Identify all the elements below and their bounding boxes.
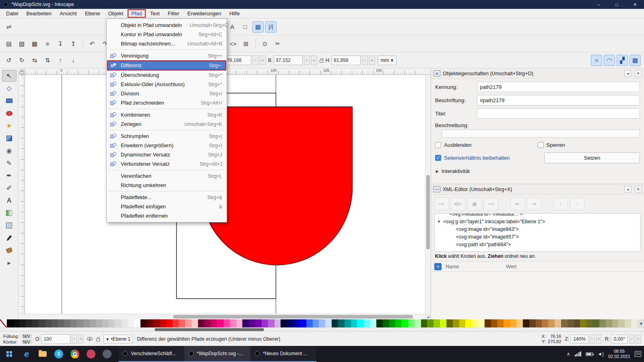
xml-tree-node[interactable]: <svg:image id="image843"> xyxy=(435,225,640,233)
menu-text[interactable]: Text xyxy=(147,9,163,18)
color-swatch[interactable] xyxy=(185,319,192,327)
dock-panel-button[interactable]: ◂ xyxy=(624,186,631,193)
height-decrement-button[interactable]: − xyxy=(362,56,368,65)
menu-erweiterungen[interactable]: Erweiterungen xyxy=(184,9,225,18)
color-swatch[interactable] xyxy=(433,319,440,327)
color-swatch[interactable] xyxy=(7,319,13,327)
menu-ebene[interactable]: Ebene xyxy=(81,9,104,18)
color-swatch[interactable] xyxy=(223,319,230,327)
color-swatch[interactable] xyxy=(370,319,376,327)
flip-horizontal-icon[interactable]: ⇆ xyxy=(29,55,40,66)
star-tool[interactable]: ★ xyxy=(2,120,17,132)
color-swatch[interactable] xyxy=(440,319,446,327)
tray-expand-icon[interactable]: ∧ xyxy=(567,351,570,357)
maximize-button[interactable]: □ xyxy=(608,0,626,9)
color-swatch[interactable] xyxy=(172,319,179,327)
color-swatch[interactable] xyxy=(39,319,45,327)
unit-dropdown[interactable]: mm ▾ xyxy=(378,56,396,65)
color-swatch[interactable] xyxy=(300,319,306,327)
menu-pfad[interactable]: Pfad xyxy=(128,9,146,18)
color-swatch[interactable] xyxy=(631,319,638,327)
scale-stroke-toggle[interactable]: ≈ xyxy=(591,55,602,66)
color-swatch[interactable] xyxy=(542,319,548,327)
vertical-scrollbar-thumb[interactable] xyxy=(426,175,430,249)
set-button[interactable]: Setzen xyxy=(544,152,640,163)
height-increment-button[interactable]: + xyxy=(369,56,375,65)
menu-item-pfadeffekt-einf-gen[interactable]: Pfadeffekt einfügen& xyxy=(107,202,226,211)
color-swatch[interactable] xyxy=(211,319,217,327)
lock-checkbox[interactable] xyxy=(538,142,544,148)
menu-item-erweitern-vergr-ern[interactable]: Erweitern (vergrößern)Strg+) xyxy=(107,141,226,150)
color-swatch[interactable] xyxy=(497,319,504,327)
menu-item-pfadeffekt-entfernen[interactable]: Pfadeffekt entfernen xyxy=(107,211,226,220)
color-swatch[interactable] xyxy=(383,319,389,327)
opacity-increment-button[interactable]: + xyxy=(78,335,83,343)
import-icon[interactable]: ↧ xyxy=(55,38,66,49)
delete-node-icon[interactable]: ‹›× xyxy=(484,197,498,210)
menu-item-kontur-in-pfad-umwandeln[interactable]: Kontur in Pfad umwandelnStrg+Alt+C xyxy=(107,30,226,39)
pencil-tool[interactable]: ✎ xyxy=(2,157,17,169)
color-swatch[interactable] xyxy=(19,319,26,327)
find-icon[interactable]: ⊙ xyxy=(259,38,270,49)
color-managed-icon[interactable]: ◢ xyxy=(425,314,431,319)
rotate-cw-icon[interactable]: ↻ xyxy=(16,55,27,66)
close-panel-button[interactable]: ✕ xyxy=(635,70,642,77)
scale-corners-toggle[interactable]: ◠ xyxy=(604,55,615,66)
color-swatch[interactable] xyxy=(421,319,427,327)
color-swatch[interactable] xyxy=(236,319,243,327)
align-icon[interactable]: ⊞ xyxy=(240,38,252,49)
color-swatch[interactable] xyxy=(230,319,236,327)
menu-item-differenz[interactable]: DifferenzStrg+- xyxy=(107,60,226,70)
rotate-ccw-icon[interactable]: ↺ xyxy=(3,55,14,66)
hide-checkbox-item[interactable]: Ausblenden xyxy=(435,142,538,148)
color-swatch[interactable] xyxy=(275,319,281,327)
taskbar-app-icon-1-button[interactable] xyxy=(83,346,99,362)
color-swatch[interactable] xyxy=(574,319,580,327)
print-icon[interactable]: ≡ xyxy=(42,38,53,49)
duplicate-node-icon[interactable]: ▣ xyxy=(467,197,482,210)
vertical-scrollbar[interactable] xyxy=(425,75,431,314)
snap-text-icon[interactable]: A xyxy=(227,21,238,33)
color-swatch[interactable] xyxy=(268,319,275,327)
new-element-node-icon[interactable]: ‹›+ xyxy=(434,197,449,210)
color-swatch[interactable] xyxy=(293,319,300,327)
property-input-beschriftung[interactable] xyxy=(477,95,640,105)
description-input[interactable] xyxy=(442,130,640,138)
close-button[interactable]: ✕ xyxy=(626,0,644,9)
clock[interactable]: 08:55 02.02.2021 xyxy=(608,349,630,359)
color-swatch[interactable] xyxy=(446,319,453,327)
taskbar-window-wapdopschr-svg[interactable]: *WapDopSchr.svg -... xyxy=(184,346,250,362)
color-swatch[interactable] xyxy=(345,319,351,327)
battery-icon[interactable] xyxy=(586,352,593,356)
xml-tree-node[interactable]: <svg:image id="image857"> xyxy=(435,233,640,241)
dropper-tool[interactable] xyxy=(2,232,17,244)
color-swatch[interactable] xyxy=(529,319,536,327)
dock-panel-button[interactable]: ◂ xyxy=(624,70,631,77)
color-swatch[interactable] xyxy=(262,319,268,327)
pen-tool[interactable]: ✒ xyxy=(2,170,17,181)
color-swatch[interactable] xyxy=(516,319,523,327)
hide-checkbox[interactable] xyxy=(435,142,441,148)
snap-page-icon[interactable]: □ xyxy=(239,21,251,33)
snap-global-icon[interactable]: ⇌ xyxy=(3,21,14,33)
vertical-ruler[interactable] xyxy=(19,75,25,314)
taskbar-window-verschideneschildf[interactable]: VerschideneSchildf... xyxy=(118,346,184,362)
color-swatch[interactable] xyxy=(13,319,20,327)
color-swatch[interactable] xyxy=(281,319,287,327)
color-swatch[interactable] xyxy=(122,319,128,327)
indent-node-icon[interactable]: ⇥ xyxy=(527,197,541,210)
open-document-icon[interactable]: ▧ xyxy=(16,38,27,49)
color-swatch[interactable] xyxy=(249,319,255,327)
start-button[interactable] xyxy=(0,346,19,362)
color-swatch[interactable] xyxy=(593,319,599,327)
horizontal-scrollbar[interactable] xyxy=(25,314,425,319)
menu-item-richtung-umkehren[interactable]: Richtung umkehren xyxy=(107,181,226,190)
no-color-swatch[interactable] xyxy=(0,319,7,327)
close-panel-button[interactable]: ✕ xyxy=(635,186,642,193)
save-icon[interactable]: ▦ xyxy=(29,38,40,49)
menu-filter[interactable]: Filter xyxy=(164,9,183,18)
layer-visibility-icon[interactable] xyxy=(87,337,93,341)
spiral-tool[interactable]: ◉ xyxy=(2,145,17,156)
color-swatch[interactable] xyxy=(504,319,510,327)
toolbox-expander[interactable]: ▸ xyxy=(2,257,17,269)
